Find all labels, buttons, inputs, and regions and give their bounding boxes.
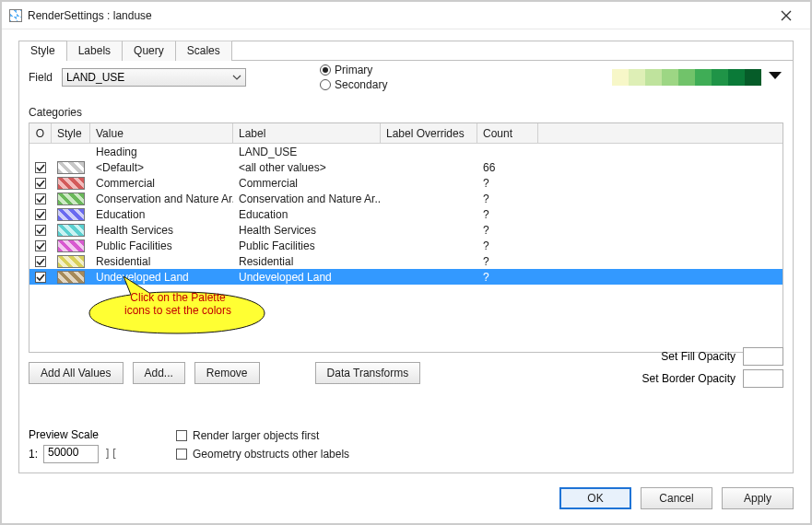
field-label: Field: [29, 71, 53, 84]
categories-label: Categories: [29, 106, 783, 119]
palette-swatch[interactable]: [745, 69, 761, 86]
table-row[interactable]: Conservation and Nature Ar...Conservatio…: [29, 191, 783, 206]
heading-label: LAND_USE: [233, 146, 381, 158]
row-checkbox[interactable]: [35, 272, 46, 283]
main-panel: StyleLabelsQueryScales Field LAND_USE Pr…: [18, 41, 794, 473]
row-value: Residential: [90, 255, 233, 268]
palette-picker[interactable]: [612, 69, 761, 86]
col-header-value[interactable]: Value: [90, 123, 233, 143]
palette-swatch[interactable]: [695, 69, 712, 86]
row-value: Health Services: [90, 224, 233, 237]
primary-radio[interactable]: [320, 64, 331, 76]
render-larger-first-label: Render larger objects first: [193, 429, 319, 442]
secondary-radio-label: Secondary: [335, 78, 387, 91]
table-row[interactable]: Undeveloped LandUndeveloped Land?: [29, 269, 783, 285]
col-header-o[interactable]: O: [29, 123, 52, 143]
dialog-window: RenderSettings : landuse StyleLabelsQuer…: [0, 0, 812, 525]
row-value: Conservation and Nature Ar...: [90, 192, 233, 205]
style-swatch[interactable]: [57, 271, 85, 284]
palette-swatch[interactable]: [645, 69, 662, 86]
render-larger-first-checkbox[interactable]: [176, 430, 187, 441]
col-header-count[interactable]: Count: [477, 123, 538, 143]
row-checkbox[interactable]: [35, 162, 46, 173]
style-swatch[interactable]: [57, 224, 85, 237]
remove-button[interactable]: Remove: [194, 362, 260, 384]
data-transforms-button[interactable]: Data Transforms: [315, 362, 421, 384]
row-label: Conservation and Nature Ar...: [233, 192, 381, 205]
tab-labels[interactable]: Labels: [66, 41, 123, 61]
scale-prefix: 1:: [29, 448, 38, 461]
cancel-button[interactable]: Cancel: [641, 487, 712, 509]
preview-scale-label: Preview Scale: [29, 428, 117, 441]
heading-value: Heading: [90, 146, 233, 158]
geometry-obstructs-label: Geometry obstructs other labels: [193, 448, 349, 461]
row-checkbox[interactable]: [35, 240, 46, 251]
col-header-overrides[interactable]: Label Overrides: [381, 123, 477, 143]
primary-radio-label: Primary: [335, 64, 372, 76]
field-value: LAND_USE: [66, 71, 124, 84]
palette-dropdown-icon[interactable]: [767, 67, 783, 87]
geometry-obstructs-checkbox[interactable]: [176, 449, 187, 460]
row-checkbox[interactable]: [35, 209, 46, 220]
row-value: <Default>: [90, 161, 233, 174]
row-checkbox[interactable]: [35, 256, 46, 267]
tab-scales[interactable]: Scales: [175, 41, 232, 61]
apply-button[interactable]: Apply: [722, 487, 794, 509]
scale-input[interactable]: 50000: [43, 445, 99, 463]
window-title: RenderSettings : landuse: [28, 9, 152, 22]
style-swatch[interactable]: [57, 192, 85, 205]
annotation-callout: Click on the Palette icons to set the co…: [85, 278, 269, 332]
table-row[interactable]: CommercialCommercial?: [29, 175, 783, 191]
border-opacity-input[interactable]: [743, 369, 783, 388]
fill-opacity-input[interactable]: [743, 347, 783, 366]
palette-swatch[interactable]: [712, 69, 728, 86]
secondary-radio[interactable]: [320, 79, 331, 90]
scale-link-icon[interactable]: ][: [104, 448, 117, 461]
row-count: ?: [477, 192, 538, 205]
row-count: ?: [477, 271, 538, 284]
style-swatch[interactable]: [57, 161, 85, 174]
ok-button[interactable]: OK: [559, 487, 631, 509]
col-header-style[interactable]: Style: [52, 123, 90, 143]
title-bar: RenderSettings : landuse: [2, 2, 810, 29]
palette-swatch[interactable]: [678, 69, 695, 86]
categories-grid: O Style Value Label Label Overrides Coun…: [29, 122, 783, 353]
add-button[interactable]: Add...: [133, 362, 185, 384]
tab-style[interactable]: Style: [18, 41, 67, 61]
row-count: ?: [477, 177, 538, 190]
col-header-label[interactable]: Label: [233, 123, 381, 143]
palette-swatch[interactable]: [629, 69, 645, 86]
row-checkbox[interactable]: [35, 178, 46, 189]
row-checkbox[interactable]: [35, 225, 46, 236]
table-row[interactable]: <Default><all other values>66: [29, 159, 783, 175]
style-swatch[interactable]: [57, 177, 85, 190]
row-value: Education: [90, 208, 233, 221]
palette-swatch[interactable]: [728, 69, 745, 86]
row-label: Commercial: [233, 177, 381, 190]
tab-query[interactable]: Query: [122, 41, 176, 61]
table-row[interactable]: EducationEducation?: [29, 206, 783, 222]
table-row[interactable]: Public FacilitiesPublic Facilities?: [29, 238, 783, 253]
row-checkbox[interactable]: [35, 193, 46, 204]
add-all-values-button[interactable]: Add All Values: [29, 362, 124, 384]
border-opacity-label: Set Border Opacity: [642, 372, 736, 385]
row-label: Public Facilities: [233, 239, 381, 252]
field-dropdown[interactable]: LAND_USE: [62, 68, 246, 87]
row-count: 66: [477, 161, 538, 174]
row-label: Health Services: [233, 224, 381, 237]
table-row[interactable]: ResidentialResidential?: [29, 253, 783, 269]
row-count: ?: [477, 208, 538, 221]
row-value: Commercial: [90, 177, 233, 190]
close-button[interactable]: [768, 3, 805, 29]
row-count: ?: [477, 239, 538, 252]
style-swatch[interactable]: [57, 255, 85, 268]
palette-swatch[interactable]: [662, 69, 678, 86]
table-row[interactable]: Health ServicesHealth Services?: [29, 222, 783, 238]
style-swatch[interactable]: [57, 239, 85, 252]
row-label: Education: [233, 208, 381, 221]
row-count: ?: [477, 224, 538, 237]
row-count: ?: [477, 255, 538, 268]
palette-swatch[interactable]: [612, 69, 629, 86]
style-swatch[interactable]: [57, 208, 85, 221]
grid-heading-row[interactable]: HeadingLAND_USE: [29, 144, 783, 159]
